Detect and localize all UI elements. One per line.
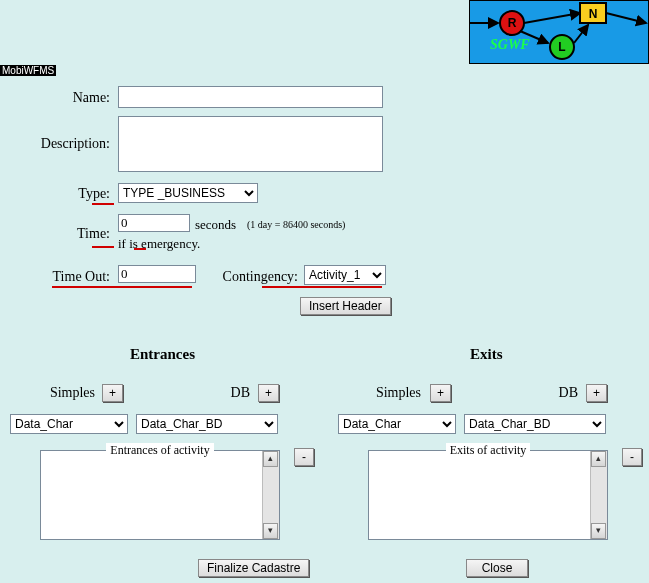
close-button[interactable]: Close <box>466 559 528 577</box>
svg-line-6 <box>606 13 646 23</box>
name-label: Name: <box>30 90 110 106</box>
time-hint: (1 day = 86400 seconds) <box>247 219 345 230</box>
scroll-down-icon[interactable]: ▾ <box>263 523 278 539</box>
name-field[interactable] <box>118 86 383 108</box>
svg-line-3 <box>524 13 580 23</box>
exits-db-add-button[interactable]: + <box>586 384 607 402</box>
insert-header-button[interactable]: Insert Header <box>300 297 391 315</box>
finalize-cadastre-button[interactable]: Finalize Cadastre <box>198 559 309 577</box>
svg-text:R: R <box>508 16 517 30</box>
underline-time <box>92 246 114 248</box>
scroll-down-icon[interactable]: ▾ <box>591 523 606 539</box>
time-field[interactable] <box>118 214 190 232</box>
timeout-label: Time Out: <box>30 269 110 285</box>
svg-text:SGWF: SGWF <box>490 37 530 52</box>
entrances-simples-add-button[interactable]: + <box>102 384 123 402</box>
svg-line-10 <box>574 25 588 43</box>
entrances-listbox-title: Entrances of activity <box>41 443 279 458</box>
exits-simples-select[interactable]: Data_Char <box>338 414 456 434</box>
contingency-select[interactable]: Activity_1 <box>304 265 386 285</box>
underline-timeout <box>52 286 192 288</box>
exits-db-select[interactable]: Data_Char_BD <box>464 414 606 434</box>
entrances-heading: Entrances <box>130 346 195 363</box>
underline-type <box>92 203 114 205</box>
app-title: MobiWFMS <box>0 65 56 76</box>
scrollbar[interactable]: ▴ ▾ <box>262 451 279 539</box>
exits-db-label: DB <box>528 385 578 401</box>
entrances-listbox[interactable]: Entrances of activity ▴ ▾ <box>40 450 280 540</box>
exits-remove-button[interactable]: - <box>622 448 642 466</box>
entrances-simples-label: Simples <box>30 385 95 401</box>
description-label: Description: <box>25 136 110 152</box>
time-unit-label: seconds <box>195 217 236 233</box>
exits-heading: Exits <box>470 346 503 363</box>
entrances-db-add-button[interactable]: + <box>258 384 279 402</box>
description-field[interactable] <box>118 116 383 172</box>
exits-listbox-title: Exits of activity <box>369 443 607 458</box>
app-banner: R N L SGWF <box>469 0 649 64</box>
type-label: Type: <box>30 186 110 202</box>
exits-listbox[interactable]: Exits of activity ▴ ▾ <box>368 450 608 540</box>
entrances-remove-button[interactable]: - <box>294 448 314 466</box>
type-select[interactable]: TYPE _BUSINESS <box>118 183 258 203</box>
time-subtext: if is emergency. <box>118 236 200 252</box>
underline-emergency <box>134 248 146 250</box>
time-label: Time: <box>30 226 110 242</box>
scroll-up-icon[interactable]: ▴ <box>263 451 278 467</box>
underline-contingency <box>262 286 382 288</box>
entrances-db-select[interactable]: Data_Char_BD <box>136 414 278 434</box>
timeout-field[interactable] <box>118 265 196 283</box>
svg-text:N: N <box>589 7 598 21</box>
svg-text:L: L <box>558 40 565 54</box>
exits-simples-add-button[interactable]: + <box>430 384 451 402</box>
exits-simples-label: Simples <box>356 385 421 401</box>
scroll-up-icon[interactable]: ▴ <box>591 451 606 467</box>
scrollbar[interactable]: ▴ ▾ <box>590 451 607 539</box>
entrances-db-label: DB <box>200 385 250 401</box>
contingency-label: Contingency: <box>208 269 298 285</box>
entrances-simples-select[interactable]: Data_Char <box>10 414 128 434</box>
